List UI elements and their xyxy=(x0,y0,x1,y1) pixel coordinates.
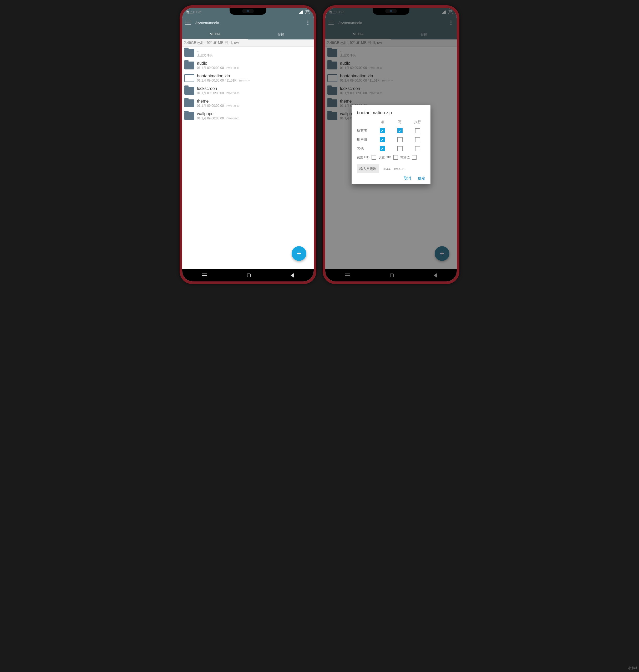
item-name: bootanimation.zip xyxy=(197,74,312,78)
permissions-grid: 读写执行所有者用户组其他 xyxy=(357,120,425,151)
perm-header: 读 xyxy=(375,120,390,124)
phone-right: 晚上10:25 97 /system/media MEDIA 存储 2.49GB… xyxy=(323,5,459,284)
signal-icon xyxy=(299,11,303,14)
item-sub: 01 1月 09 00:00:00 411.51Krw-r--r-- xyxy=(197,78,312,83)
list-item[interactable]: lockscreen01 1月 09 00:00:00rwxr-xr-x xyxy=(182,84,314,97)
perm-checkbox[interactable] xyxy=(398,146,403,151)
flag-uid-checkbox[interactable] xyxy=(372,155,376,160)
perm-header: 执行 xyxy=(410,120,425,124)
android-navbar xyxy=(182,269,314,281)
perm-row-label: 其他 xyxy=(357,146,373,151)
folder-icon xyxy=(184,87,194,95)
ok-button[interactable]: 确定 xyxy=(418,176,425,181)
perm-checkbox[interactable] xyxy=(380,128,385,134)
list-item[interactable]: theme01 1月 09 00:00:00rwxr-xr-x xyxy=(182,97,314,110)
octal-input-button[interactable]: 输入八进制 xyxy=(357,165,379,173)
fab-add[interactable]: + xyxy=(292,246,306,261)
item-name: lockscreen xyxy=(197,86,312,91)
perm-row-label: 所有者 xyxy=(357,128,373,133)
flag-uid-label: 设置 UID xyxy=(357,155,370,160)
item-sub: 01 1月 09 00:00:00rwxr-xr-x xyxy=(197,116,312,121)
path-title: /system/media xyxy=(196,21,301,25)
cancel-button[interactable]: 取消 xyxy=(404,176,411,181)
battery-indicator: 97 xyxy=(305,10,310,14)
folder-icon xyxy=(184,99,194,107)
tab-media[interactable]: MEDIA xyxy=(182,29,248,40)
octal-value: 0644 xyxy=(383,167,390,171)
storage-summary: 2.49GB 已用, 921.61MB 可用, r/w xyxy=(182,40,314,47)
perm-checkbox[interactable] xyxy=(398,137,403,142)
flag-sticky-checkbox[interactable] xyxy=(412,155,417,160)
phone-left: 晚上10:25 97 /system/media MEDIA 存储 2.49GB… xyxy=(180,5,316,284)
item-name: audio xyxy=(197,61,312,66)
item-name: .. xyxy=(197,48,312,53)
item-sub: 01 1月 09 00:00:00rwxr-xr-x xyxy=(197,66,312,70)
modal-overlay[interactable]: bootanimation.zip 读写执行所有者用户组其他 设置 UID 设置… xyxy=(325,8,457,281)
flag-sticky-label: 粘滞位 xyxy=(400,155,410,160)
flag-gid-checkbox[interactable] xyxy=(393,155,398,160)
permissions-dialog: bootanimation.zip 读写执行所有者用户组其他 设置 UID 设置… xyxy=(352,105,431,184)
perm-checkbox[interactable] xyxy=(415,137,420,142)
perm-checkbox[interactable] xyxy=(415,146,420,151)
nav-back[interactable] xyxy=(291,273,294,278)
folder-icon xyxy=(184,62,194,69)
list-item[interactable]: wallpaper01 1月 09 00:00:00rwxr-xr-x xyxy=(182,110,314,122)
item-sub: 01 1月 09 00:00:00rwxr-xr-x xyxy=(197,91,312,95)
perm-header: 写 xyxy=(392,120,408,124)
more-icon[interactable] xyxy=(305,20,311,25)
folder-icon xyxy=(184,49,194,57)
octal-perm-string: rw-r--r-- xyxy=(394,167,406,171)
nav-recent[interactable] xyxy=(202,275,207,276)
list-item[interactable]: ..上层文件夹 xyxy=(182,47,314,59)
item-sub: 01 1月 09 00:00:00rwxr-xr-x xyxy=(197,104,312,108)
folder-icon xyxy=(184,112,194,120)
item-name: wallpaper xyxy=(197,111,312,116)
list-item[interactable]: audio01 1月 09 00:00:00rwxr-xr-x xyxy=(182,59,314,72)
list-item[interactable]: bootanimation.zip01 1月 09 00:00:00 411.5… xyxy=(182,72,314,84)
item-sub: 上层文件夹 xyxy=(197,53,312,58)
file-icon xyxy=(184,74,194,82)
nav-home[interactable] xyxy=(247,274,251,277)
perm-row-label: 用户组 xyxy=(357,137,373,142)
item-name: theme xyxy=(197,99,312,104)
file-list[interactable]: ..上层文件夹audio01 1月 09 00:00:00rwxr-xr-xbo… xyxy=(182,47,314,269)
menu-icon[interactable] xyxy=(185,21,191,25)
perm-checkbox[interactable] xyxy=(415,128,420,134)
tab-storage[interactable]: 存储 xyxy=(248,29,314,40)
status-time: 晚上10:25 xyxy=(186,10,201,14)
perm-checkbox[interactable] xyxy=(380,146,385,151)
perm-checkbox[interactable] xyxy=(398,128,403,134)
dialog-title: bootanimation.zip xyxy=(357,110,425,115)
perm-checkbox[interactable] xyxy=(380,137,385,142)
flag-gid-label: 设置 GID xyxy=(378,155,391,160)
